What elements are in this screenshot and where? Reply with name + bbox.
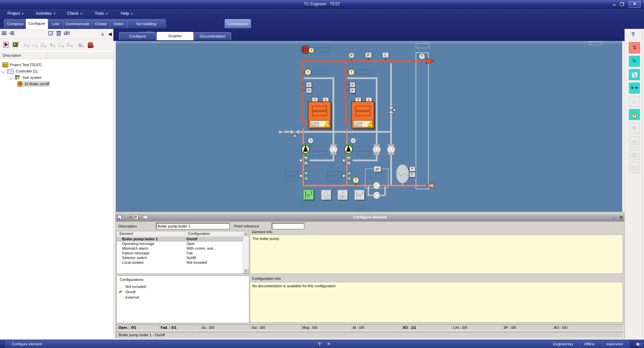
add-pi-icon[interactable]: π: [21, 41, 30, 50]
scroll-down-icon[interactable]: ▼: [243, 268, 249, 274]
graphic-tool-icon[interactable]: [2, 41, 11, 50]
tab-commission[interactable]: Commission: [225, 19, 251, 28]
chevron-down-icon[interactable]: [1, 69, 5, 73]
tree-list-icon[interactable]: [9, 31, 16, 38]
boiler-pump-1-selected[interactable]: [302, 144, 310, 155]
delete-icon[interactable]: [55, 30, 62, 37]
pump[interactable]: [373, 144, 381, 155]
table-row[interactable]: Local isolatorNot included: [117, 260, 243, 265]
point-reference-input[interactable]: [272, 223, 305, 230]
description-input[interactable]: [156, 223, 230, 230]
configuration-option[interactable]: Not included: [125, 285, 146, 289]
flame-tool-icon[interactable]: ♨: [629, 96, 640, 107]
menu-help[interactable]: Help: [121, 11, 132, 16]
graphic-canvas[interactable]: T P P L T T T P P: [115, 41, 622, 212]
tree-item-project[interactable]: Project Test [TEST]: [0, 62, 113, 68]
subtab-documentation[interactable]: Documentation: [194, 32, 231, 40]
minimize-button[interactable]: [611, 2, 617, 7]
antenna-icon[interactable]: [317, 341, 322, 348]
panel-help-icon[interactable]: ?: [611, 215, 616, 220]
table-row[interactable]: Selector switchSsHB: [117, 256, 243, 260]
scroll-up-icon[interactable]: ▲: [243, 231, 249, 236]
controller-icon: [7, 69, 13, 74]
function-block[interactable]: H: [355, 190, 365, 201]
element-info-text: The boiler pump.: [252, 237, 280, 241]
status-cell-msg: Msg : 0/0: [300, 325, 351, 331]
tab-link[interactable]: Link: [48, 19, 63, 28]
menu-tools[interactable]: Tools: [95, 11, 108, 16]
pump[interactable]: [329, 144, 337, 155]
collapse-left-icon[interactable]: ◀: [107, 31, 113, 37]
tab-configure[interactable]: Configure: [26, 19, 48, 29]
tree-item-controller[interactable]: Controller [1]: [0, 68, 113, 74]
function-block[interactable]: [338, 190, 348, 201]
panel-close-icon[interactable]: ✕: [619, 215, 624, 220]
configuration-option[interactable]: External: [125, 295, 139, 299]
mj-meter-2-icon[interactable]: MJ: [629, 149, 640, 160]
tree-column-header[interactable]: Description: [0, 52, 113, 59]
connect-points-tool-icon[interactable]: ⇅: [629, 42, 640, 53]
pump-tool-icon[interactable]: ✦: [629, 109, 640, 120]
tab-compose[interactable]: Compose: [4, 19, 27, 28]
add-frame-icon[interactable]: ▭: [30, 41, 38, 50]
column-header-configuration[interactable]: Configuration: [185, 231, 244, 237]
add-boiler-element-icon[interactable]: [86, 41, 95, 50]
window-title: TC Engineer - TEST: [0, 2, 644, 6]
svg-text:T: T: [355, 179, 357, 182]
tree-item-subsystem[interactable]: Sub system: [0, 74, 113, 81]
add-display-icon[interactable]: ▢: [56, 41, 64, 50]
table-scrollbar[interactable]: ▲ ▼: [243, 231, 249, 274]
restore-button[interactable]: [619, 2, 625, 7]
close-button[interactable]: ✕: [629, 1, 641, 8]
table-row[interactable]: Boiler pump boiler 1On/off: [117, 237, 243, 242]
table-row[interactable]: Operating messageOper.: [117, 242, 243, 246]
title-bar[interactable]: TC Engineer - TEST ✕: [0, 0, 644, 9]
selection-message: Boiler pump boiler 1 - On/off: [116, 332, 624, 338]
add-columns-icon[interactable]: ▯▯: [38, 41, 47, 50]
menu-list-icon[interactable]: [1, 31, 8, 38]
boiler-2[interactable]: T L: [352, 97, 375, 130]
app-status-bar: Configure element ✳ Engineering Offline …: [0, 340, 644, 348]
menu-check[interactable]: Check: [67, 11, 82, 16]
column-header-element[interactable]: Element: [117, 231, 185, 237]
add-sort-icon[interactable]: ⇅: [47, 41, 56, 50]
help-circle-icon[interactable]: ?: [99, 31, 106, 37]
function-block[interactable]: H: [321, 190, 332, 201]
resize-grip[interactable]: [639, 343, 643, 347]
spark-tool-icon[interactable]: ✶✦: [629, 83, 640, 94]
configure-element-panel: ✔ ▾ Configure element ? ✕ Description Po…: [115, 212, 625, 338]
mj-meter-1-icon[interactable]: MJ: [629, 136, 640, 147]
subtab-graphic[interactable]: Graphic: [157, 32, 194, 40]
table-row[interactable]: Failure messageFail.: [117, 251, 243, 256]
function-block-active[interactable]: H: [303, 190, 315, 201]
panel-title-bar[interactable]: ✔ ▾ Configure element ? ✕: [116, 214, 624, 221]
line-tool-icon[interactable]: ╲: [629, 69, 640, 80]
paint-tool-icon[interactable]: [11, 41, 20, 50]
configuration-option-selected[interactable]: On/off: [125, 290, 136, 294]
mj-meter-3-icon[interactable]: MJ: [629, 162, 640, 173]
tab-communicate[interactable]: Communicate: [63, 19, 92, 28]
add-grid-icon[interactable]: ▦: [76, 41, 85, 50]
edit-icon[interactable]: [48, 30, 54, 37]
tree-item-boiler-element[interactable]: 2x Boiler on/off: [0, 81, 113, 87]
help-icon[interactable]: ?: [631, 31, 635, 38]
boiler-pump-2-selected[interactable]: [344, 144, 353, 155]
cycle-tool-icon[interactable]: ↻: [629, 56, 640, 67]
add-list-icon[interactable]: ☰▾: [64, 41, 73, 50]
cycle-disabled-tool-icon[interactable]: ↻: [629, 123, 640, 134]
pump[interactable]: [387, 144, 395, 155]
tab-cluster[interactable]: Cluster: [92, 19, 110, 28]
subtab-configure[interactable]: Configure: [119, 32, 156, 40]
configuration-info-text: No documentation is available for this c…: [252, 284, 336, 288]
menu-activities[interactable]: Activities: [36, 11, 55, 16]
tab-order[interactable]: Order: [110, 19, 127, 28]
hide-eye-icon[interactable]: [63, 30, 70, 37]
chevron-down-icon[interactable]: [9, 76, 13, 80]
boiler-1[interactable]: T L: [308, 97, 332, 130]
tab-set-building-operation[interactable]: Set building operation: [127, 19, 166, 28]
plant-schematic[interactable]: T P P L T T T P P: [116, 41, 622, 212]
search-icon[interactable]: [616, 32, 623, 40]
settings-gear-icon[interactable]: ✳: [327, 342, 330, 346]
table-row[interactable]: Mismatch alarmWith comm. and...: [117, 246, 243, 251]
menu-project[interactable]: Project: [7, 11, 23, 16]
